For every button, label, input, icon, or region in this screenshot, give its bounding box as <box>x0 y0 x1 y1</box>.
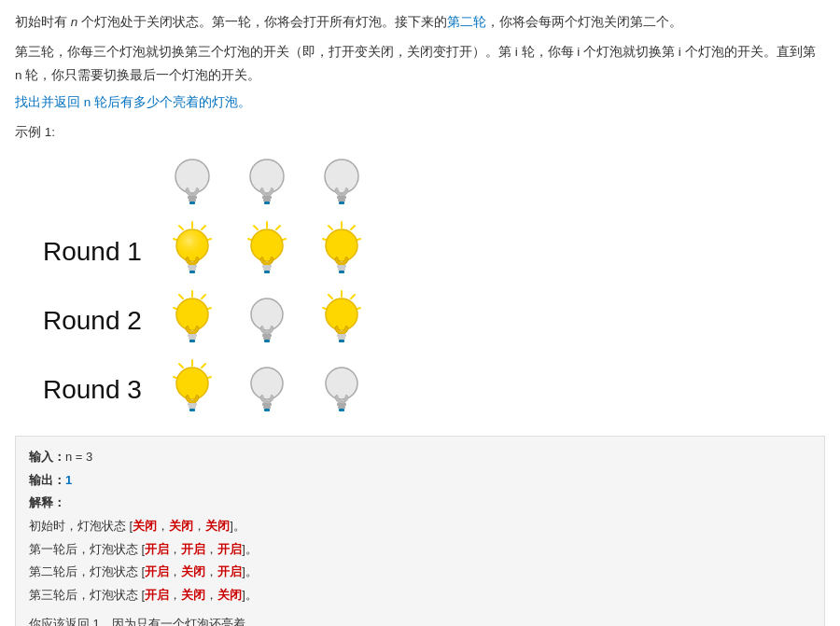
example-label: 示例 1: <box>15 124 825 141</box>
intro-line3: 找出并返回 n 轮后有多少个亮着的灯泡。 <box>15 94 825 111</box>
info-explain-lines: 初始时，灯泡状态 [关闭，关闭，关闭]。 第一轮后，灯泡状态 [开启，开启，开启… <box>29 515 811 607</box>
bulbs-round2 <box>164 288 370 354</box>
svg-rect-29 <box>263 268 271 271</box>
svg-rect-47 <box>189 337 196 340</box>
bulb-r2-1 <box>164 288 220 354</box>
svg-rect-38 <box>338 268 345 271</box>
info-line-2: 第二轮后，灯泡状态 [开启，关闭，开启]。 <box>29 561 811 584</box>
svg-rect-78 <box>339 409 344 411</box>
bulb-r3-1 <box>164 357 220 423</box>
svg-line-23 <box>276 226 280 230</box>
svg-rect-48 <box>189 340 195 342</box>
info-line-3: 第三轮后，灯泡状态 [开启，关闭，关闭]。 <box>29 584 811 607</box>
bulbs-round1 <box>164 219 370 285</box>
info-explain-label: 解释： <box>29 492 811 515</box>
svg-rect-5 <box>262 196 272 199</box>
svg-rect-3 <box>189 202 195 204</box>
bulbs-round3 <box>164 357 370 423</box>
svg-point-0 <box>175 160 209 193</box>
input-label: 输入： <box>29 450 65 464</box>
svg-rect-39 <box>339 271 344 273</box>
bulb-row-round1: Round 1 <box>43 219 370 285</box>
svg-rect-60 <box>338 337 345 340</box>
svg-line-25 <box>254 226 258 230</box>
info-box: 输入：n = 3 输出：1 解释： 初始时，灯泡状态 [关闭，关闭，关闭]。 第… <box>15 436 825 626</box>
svg-point-67 <box>176 368 208 399</box>
row-label-round2: Round 2 <box>43 306 164 336</box>
svg-rect-1 <box>188 196 197 199</box>
svg-rect-52 <box>264 340 270 342</box>
bulb-r3-3 <box>314 357 370 423</box>
bulb-r1-1 <box>164 219 220 285</box>
svg-rect-20 <box>189 268 196 271</box>
svg-line-54 <box>351 295 355 299</box>
svg-rect-74 <box>264 409 270 411</box>
svg-rect-61 <box>339 340 344 342</box>
svg-rect-21 <box>189 271 195 273</box>
bulb-initial-2 <box>239 150 295 216</box>
svg-line-63 <box>202 364 205 368</box>
intro-line2-text: 第三轮，你每三个灯泡就切换第三个灯泡的开关（即，打开变关闭，关闭变打开）。第 i… <box>15 45 816 81</box>
svg-line-41 <box>202 295 205 299</box>
svg-rect-11 <box>339 202 344 204</box>
svg-point-8 <box>325 160 358 193</box>
bulb-r1-3 <box>314 219 370 285</box>
info-output-line: 输出：1 <box>29 469 811 493</box>
svg-line-15 <box>179 226 183 230</box>
bulb-r2-3 <box>314 288 370 354</box>
bulb-r2-2 <box>239 288 295 354</box>
intro-line3-text: 找出并返回 n 轮后有多少个亮着的灯泡。 <box>15 95 251 109</box>
info-line-1: 第一轮后，灯泡状态 [开启，开启，开启]。 <box>29 538 811 562</box>
svg-line-13 <box>202 226 205 230</box>
svg-rect-70 <box>189 409 195 411</box>
input-value: n = 3 <box>65 450 92 464</box>
info-final-line: 你应该返回 1，因为只有一个灯泡还亮着。 <box>29 613 811 626</box>
svg-rect-76 <box>337 403 346 406</box>
svg-point-75 <box>326 368 357 399</box>
svg-point-58 <box>326 299 357 330</box>
svg-rect-9 <box>337 196 346 199</box>
output-label: 输出： <box>29 473 65 487</box>
output-value: 1 <box>65 473 72 487</box>
intro-line1: 初始时有 n 个灯泡处于关闭状态。第一轮，你将会打开所有灯泡。接下来的第二轮，你… <box>15 11 825 34</box>
svg-rect-51 <box>263 337 271 340</box>
intro-line2: 第三轮，你每三个灯泡就切换第三个灯泡的开关（即，打开变关闭，关闭变打开）。第 i… <box>15 41 825 87</box>
svg-point-4 <box>250 160 284 193</box>
svg-rect-6 <box>263 199 271 202</box>
intro-post2: ，你将会每两个灯泡关闭第二个。 <box>486 15 682 29</box>
bulb-row-initial <box>43 150 370 216</box>
svg-point-36 <box>326 230 357 261</box>
row-label-round3: Round 3 <box>43 375 164 405</box>
svg-point-18 <box>176 230 208 261</box>
bulb-grid: Round 1 <box>43 150 825 426</box>
svg-rect-19 <box>188 265 197 268</box>
bulb-row-round2: Round 2 <box>43 288 370 354</box>
row-label-round1: Round 1 <box>43 237 164 267</box>
svg-rect-28 <box>262 265 272 268</box>
intro-second: 第二轮 <box>447 15 486 29</box>
svg-rect-72 <box>262 403 272 406</box>
svg-rect-7 <box>264 202 270 204</box>
intro-pre: 初始时有 <box>15 15 71 29</box>
svg-line-34 <box>329 226 332 230</box>
svg-point-49 <box>251 299 283 330</box>
bulb-initial-3 <box>314 150 370 216</box>
bulbs-initial <box>164 150 370 216</box>
info-input-line: 输入：n = 3 <box>29 446 811 469</box>
svg-rect-77 <box>338 406 345 409</box>
explain-label: 解释： <box>29 495 65 509</box>
svg-rect-59 <box>337 334 346 337</box>
svg-line-65 <box>179 364 183 368</box>
svg-line-32 <box>351 226 355 230</box>
svg-rect-69 <box>189 406 196 409</box>
svg-point-71 <box>251 368 283 399</box>
svg-line-56 <box>329 295 332 299</box>
svg-point-27 <box>251 230 283 261</box>
bulb-row-round3: Round 3 <box>43 357 370 423</box>
svg-rect-2 <box>189 199 196 202</box>
bulb-initial-1 <box>164 150 220 216</box>
svg-line-43 <box>179 295 183 299</box>
svg-rect-73 <box>263 406 271 409</box>
svg-rect-37 <box>337 265 346 268</box>
intro-mid: 个灯泡处于关闭状态。第一轮，你将会打开所有灯泡。接下来的 <box>77 15 447 29</box>
